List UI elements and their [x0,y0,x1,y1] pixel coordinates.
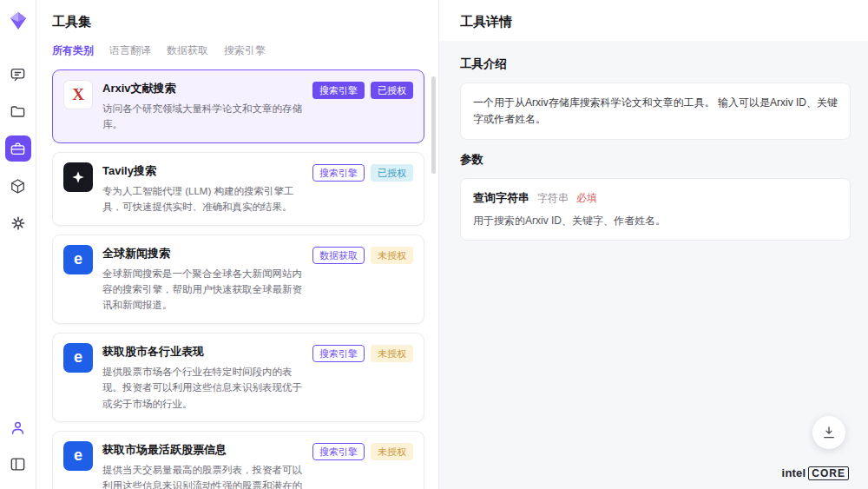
auth-status-badge: 已授权 [371,82,413,99]
param-name: 查询字符串 [473,190,529,206]
brand-core: CORE [808,466,849,480]
tool-list: X Arxiv文献搜索 访问各个研究领域大量科学论文和文章的存储库。 搜索引擎 … [52,69,438,489]
tool-name: Tavily搜索 [102,163,304,179]
intro-heading: 工具介绍 [460,56,851,72]
sidebar-item-tools[interactable] [5,135,31,162]
download-button[interactable] [812,416,845,449]
param-description: 用于搜索的Arxiv ID、关键字、作者姓名。 [473,214,838,228]
tool-description: 提供股票市场各个行业在特定时间段内的表现。投资者可以利用这些信息来识别表现优于或… [102,364,304,412]
tab-all-categories[interactable]: 所有类别 [52,43,94,58]
sidebar-item-user[interactable] [5,414,31,440]
intel-core-logo: intel CORE [782,466,849,480]
sidebar-item-settings[interactable] [5,210,31,236]
app-window: 工具集 所有类别 语言翻译 数据获取 搜索引擎 X Arxiv文献搜索 访问各个… [0,0,868,489]
sidebar-item-chat[interactable] [5,61,31,87]
tool-card-active-stocks[interactable]: e 获取市场最活跃股票信息 提供当天交易量最高的股票列表，投资者可以利用这些信息… [52,431,424,489]
category-tabs: 所有类别 语言翻译 数据获取 搜索引擎 [52,43,438,58]
tab-data-fetch[interactable]: 数据获取 [167,43,208,58]
user-icon [10,420,26,436]
auth-status-badge: 已授权 [371,164,413,182]
icon-rail [0,0,36,489]
tool-description: 访问各个研究领域大量科学论文和文章的存储库。 [102,101,304,133]
category-badge: 搜索引擎 [312,164,365,182]
active-stocks-icon: e [63,441,93,471]
tab-translation[interactable]: 语言翻译 [109,43,151,58]
tool-card-tavily[interactable]: Tavily搜索 专为人工智能代理 (LLM) 构建的搜索引擎工具，可快速提供实… [52,152,424,226]
tool-list-panel: 工具集 所有类别 语言翻译 数据获取 搜索引擎 X Arxiv文献搜索 访问各个… [36,0,439,489]
panel-icon [10,456,26,472]
tool-description: 专为人工智能代理 (LLM) 构建的搜索引擎工具，可快速提供实时、准确和真实的结… [102,183,304,215]
brand-intel: intel [782,466,806,479]
params-heading: 参数 [460,152,851,168]
detail-title: 工具详情 [460,14,847,30]
list-scrollbar[interactable] [431,76,436,174]
tool-name: 全球新闻搜索 [102,246,304,261]
rail-nav [5,61,31,236]
param-card: 查询字符串 字符串 必填 用于搜索的Arxiv ID、关键字、作者姓名。 [460,178,851,241]
news-search-icon: e [63,245,93,274]
tool-intro-card: 一个用于从Arxiv存储库搜索科学论文和文章的工具。 输入可以是Arxiv ID… [460,83,851,140]
tavily-star-icon [63,162,93,192]
tool-description: 提供当天交易量最高的股票列表，投资者可以利用这些信息来识别流动性强的股票和潜在的… [102,462,304,489]
category-badge: 搜索引擎 [312,345,365,362]
download-icon [821,425,837,440]
gear-icon [10,215,27,232]
tool-detail-panel: 工具详情 工具介绍 一个用于从Arxiv存储库搜索科学论文和文章的工具。 输入可… [439,0,868,489]
category-badge: 搜索引擎 [312,82,365,99]
tool-name: 获取市场最活跃股票信息 [102,442,304,458]
stock-sector-icon: e [63,343,93,373]
page-title: 工具集 [52,14,438,30]
param-type: 字符串 [537,191,569,206]
tab-search-engine[interactable]: 搜索引擎 [224,43,266,58]
sidebar-item-files[interactable] [5,98,31,124]
logo-icon [8,10,29,31]
folder-icon [10,103,26,120]
rail-bottom [5,414,31,477]
tool-description: 全球新闻搜索是一个聚合全球各大新闻网站内容的搜索引擎，帮助用户快速获取全球最新资… [102,266,304,314]
auth-status-badge: 未授权 [371,247,413,264]
tool-card-sector-performance[interactable]: e 获取股市各行业表现 提供股票市场各个行业在特定时间段内的表现。投资者可以利用… [52,333,424,422]
category-badge: 搜索引擎 [312,443,365,460]
category-badge: 数据获取 [312,247,365,264]
sidebar-item-packages[interactable] [5,173,31,199]
tool-name: Arxiv文献搜索 [102,81,304,96]
briefcase-icon [10,141,26,157]
arxiv-icon: X [63,80,93,109]
tool-name: 获取股市各行业表现 [102,344,304,360]
sidebar-item-collapse[interactable] [5,451,31,477]
tool-card-global-news[interactable]: e 全球新闻搜索 全球新闻搜索是一个聚合全球各大新闻网站内容的搜索引擎，帮助用户… [52,235,424,324]
param-required-flag: 必填 [576,191,597,206]
chat-icon [10,66,26,83]
auth-status-badge: 未授权 [371,345,413,362]
auth-status-badge: 未授权 [371,443,413,460]
package-icon [10,178,26,195]
tool-card-arxiv[interactable]: X Arxiv文献搜索 访问各个研究领域大量科学论文和文章的存储库。 搜索引擎 … [52,69,424,143]
app-logo[interactable] [8,10,29,35]
